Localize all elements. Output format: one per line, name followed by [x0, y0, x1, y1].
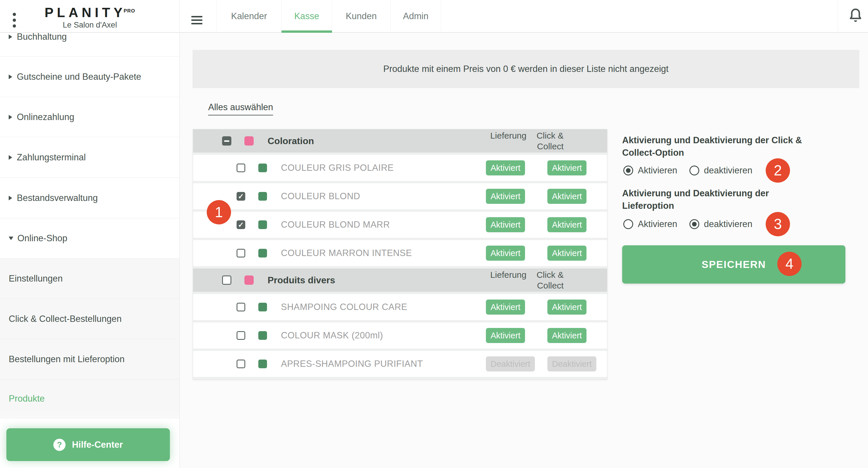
category-color-swatch — [244, 136, 254, 146]
column-headers: Lieferung Click & Collect — [490, 269, 564, 291]
sidebar-item-zahlungsterminal[interactable]: Zahlungsterminal — [0, 137, 180, 178]
product-color-swatch — [258, 163, 267, 172]
notification-bell-icon[interactable] — [849, 7, 862, 25]
group-checkbox[interactable] — [222, 276, 231, 285]
lieferung-status-badge[interactable]: Aktiviert — [486, 300, 525, 315]
column-header-click-collect: Click & Collect — [526, 130, 564, 152]
sidebar-item-bestandsverwaltung[interactable]: Bestandsverwaltung — [0, 178, 180, 218]
question-mark-icon: ? — [53, 439, 65, 451]
click-collect-status-badge[interactable]: Aktiviert — [547, 328, 587, 343]
lieferung-status-badge[interactable]: Aktiviert — [486, 217, 525, 232]
chevron-down-icon — [9, 237, 13, 240]
chevron-right-icon — [9, 196, 12, 200]
sidebar-item-label: Einstellungen — [9, 274, 63, 284]
click-collect-status-badge[interactable]: Aktiviert — [547, 246, 587, 261]
click-collect-section-heading: Aktivierung und Deaktivierung der Click … — [622, 134, 854, 159]
info-banner: Produkte mit einem Preis von 0 € werden … — [192, 50, 859, 88]
lieferung-radio-group: Aktivieren deaktivieren — [623, 217, 765, 231]
radio-deaktivieren-click-collect[interactable] — [689, 165, 699, 176]
click-collect-status-badge[interactable]: Aktiviert — [547, 300, 587, 315]
sidebar-item-label: Gutscheine und Beauty-Pakete — [17, 70, 141, 83]
lieferung-status-badge[interactable]: Aktiviert — [486, 189, 525, 204]
header-brand-section: PLANITYPRO Le Salon d'Axel — [0, 0, 180, 32]
planity-pro-app: Buchhaltung Gutscheine und Beauty-Pakete… — [0, 0, 868, 468]
click-collect-status-badge[interactable]: Deaktiviert — [547, 356, 596, 371]
tab-kasse[interactable]: Kasse — [281, 0, 332, 32]
product-color-swatch — [258, 303, 267, 311]
logo-text: PLANITYPRO — [0, 5, 180, 20]
product-color-swatch — [258, 360, 267, 368]
sidebar-item-label: Online-Shop — [18, 232, 67, 245]
radio-label[interactable]: deaktivieren — [704, 219, 752, 229]
product-table: Coloration Lieferung Click & Collect COU… — [193, 129, 608, 380]
annotation-step-3: 3 — [766, 212, 790, 236]
table-row: SHAMPOING COLOUR CARE Aktiviert Aktivier… — [193, 294, 607, 320]
sidebar-item-label: Click & Collect-Bestellungen — [9, 314, 122, 324]
product-name: COULEUR GRIS POLAIRE — [281, 163, 394, 173]
product-name: COLOUR MASK (200ml) — [281, 330, 383, 341]
select-all-link[interactable]: Alles auswählen — [208, 102, 273, 116]
table-row: APRES-SHAMPOING PURIFIANT Deaktiviert De… — [193, 351, 607, 377]
sidebar-item-online-shop[interactable]: Online-Shop — [0, 218, 180, 259]
lieferung-status-badge[interactable]: Aktiviert — [486, 328, 525, 343]
row-checkbox[interactable] — [237, 192, 245, 201]
radio-label[interactable]: Aktivieren — [638, 219, 677, 229]
table-row: COULEUR MARRON INTENSE Aktiviert Aktivie… — [193, 240, 607, 266]
tab-admin[interactable]: Admin — [390, 0, 441, 32]
row-checkbox[interactable] — [237, 331, 245, 340]
help-center-button[interactable]: ? Hilfe-Center — [6, 428, 170, 461]
radio-aktivieren-lieferung[interactable] — [623, 219, 633, 229]
tab-kunden[interactable]: Kunden — [332, 0, 390, 32]
info-banner-text: Produkte mit einem Preis von 0 € werden … — [383, 64, 669, 74]
row-checkbox[interactable] — [237, 249, 245, 257]
annotation-step-1: 1 — [207, 200, 231, 224]
radio-aktivieren-click-collect[interactable] — [623, 165, 633, 176]
row-checkbox[interactable] — [237, 303, 245, 311]
click-collect-status-badge[interactable]: Aktiviert — [547, 160, 587, 176]
product-name: APRES-SHAMPOING PURIFIANT — [281, 359, 423, 369]
row-checkbox[interactable] — [237, 163, 245, 172]
product-color-swatch — [258, 220, 267, 229]
sidebar-item-bestellungen-lieferoption[interactable]: Bestellungen mit Lieferoption — [0, 339, 180, 379]
radio-label[interactable]: Aktivieren — [638, 165, 677, 176]
lieferung-status-badge[interactable]: Aktiviert — [486, 160, 525, 176]
group-header-produits-divers: Produits divers Lieferung Click & Collec… — [193, 269, 607, 292]
click-collect-status-badge[interactable]: Aktiviert — [547, 189, 587, 204]
product-name: COULEUR BLOND MARR — [281, 219, 390, 230]
sidebar-item-onlinezahlung[interactable]: Onlinezahlung — [0, 97, 180, 137]
annotation-step-2: 2 — [766, 158, 790, 183]
sidebar-item-einstellungen[interactable]: Einstellungen — [0, 259, 180, 299]
save-button-label: SPEICHERN — [702, 259, 766, 270]
save-button[interactable]: SPEICHERN — [622, 245, 845, 284]
annotation-step-4: 4 — [777, 252, 802, 276]
product-name: SHAMPOING COLOUR CARE — [281, 302, 407, 312]
radio-deaktivieren-lieferung[interactable] — [689, 219, 699, 229]
logo-pro-badge: PRO — [124, 8, 135, 13]
column-header-click-collect: Click & Collect — [526, 269, 564, 291]
sidebar-item-click-collect-bestellungen[interactable]: Click & Collect-Bestellungen — [0, 299, 180, 339]
brand-logo: PLANITYPRO Le Salon d'Axel — [0, 5, 180, 30]
chevron-right-icon — [9, 155, 12, 160]
tab-kalender[interactable]: Kalender — [217, 0, 281, 32]
radio-label[interactable]: deaktivieren — [704, 165, 752, 176]
product-color-swatch — [258, 331, 267, 340]
sidebar-item-label: Bestellungen mit Lieferoption — [9, 354, 125, 365]
column-header-lieferung: Lieferung — [490, 269, 526, 280]
sidebar-item-label: Zahlungsterminal — [17, 151, 86, 164]
sidebar-item-label: Bestandsverwaltung — [17, 192, 98, 205]
sidebar-item-label: Onlinezahlung — [17, 111, 74, 124]
group-checkbox[interactable] — [222, 136, 231, 146]
product-name: COULEUR BLOND — [281, 191, 360, 201]
table-row: COLOUR MASK (200ml) Aktiviert Aktiviert — [193, 322, 607, 348]
click-collect-status-badge[interactable]: Aktiviert — [547, 217, 587, 232]
lieferung-status-badge[interactable]: Aktiviert — [486, 246, 525, 261]
lieferung-status-badge[interactable]: Deaktiviert — [486, 356, 535, 371]
row-checkbox[interactable] — [237, 360, 245, 368]
hamburger-menu-icon[interactable] — [191, 16, 203, 26]
row-checkbox[interactable] — [237, 220, 245, 229]
column-header-lieferung: Lieferung — [490, 130, 526, 141]
top-header: PLANITYPRO Le Salon d'Axel Kalender Kass… — [0, 0, 868, 33]
sidebar-item-gutscheine[interactable]: Gutscheine und Beauty-Pakete — [0, 57, 180, 97]
chevron-right-icon — [9, 34, 12, 39]
table-row: COULEUR BLOND Aktiviert Aktiviert — [193, 183, 607, 209]
